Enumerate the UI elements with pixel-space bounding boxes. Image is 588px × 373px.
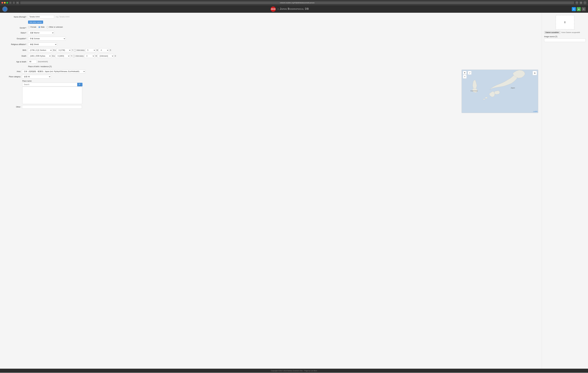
gender-female-radio[interactable] bbox=[28, 26, 30, 28]
search-row: 🔍 bbox=[22, 83, 460, 86]
name-row: Name (Romaji)*: e.g. Tanaka Ichirō bbox=[3, 15, 538, 19]
layers-button[interactable]: ⧉ bbox=[533, 71, 537, 75]
place-search-button[interactable]: 🔍 bbox=[77, 83, 83, 86]
app-title: – Japan Biographical DB bbox=[277, 7, 309, 10]
image-source-input[interactable] bbox=[544, 39, 586, 42]
gender-other-option[interactable]: Other or unknown bbox=[47, 26, 63, 28]
age-note: (kazoedoshi) bbox=[38, 61, 48, 63]
birth-month-select[interactable]: 5 bbox=[85, 48, 96, 52]
gender-male-radio[interactable] bbox=[38, 26, 40, 28]
birth-day-select[interactable]: 4 bbox=[99, 48, 109, 52]
name-placeholder: e.g. Tanaka Ichirō bbox=[56, 16, 70, 18]
death-day-select[interactable]: [Unknown] bbox=[98, 54, 114, 58]
birth-intercalary-checkbox[interactable] bbox=[74, 49, 76, 51]
file-select-button[interactable]: Dateien auswählen bbox=[544, 31, 560, 34]
area-select[interactable]: 日本（琉球諸島・蝦夷等）Japan (incl. Ryūkyū/Okinawa,… bbox=[22, 70, 85, 73]
app-footer: Copyright ©2017-2019 Bettina Gramlich-Ok… bbox=[0, 369, 588, 373]
image-upload-box[interactable]: ⬇ bbox=[556, 15, 574, 30]
map-container: Japan South Korea + − ⤢ ⧉ Leaflet bbox=[462, 70, 538, 113]
right-panel: ⬇ Dateien auswählen Keine Dateien ausgew… bbox=[542, 13, 588, 369]
death-era-year-select[interactable]: 3 (1803) bbox=[56, 54, 70, 58]
death-era-label: Era bbox=[52, 55, 55, 57]
traffic-lights bbox=[1, 2, 8, 4]
shield-icon[interactable]: 🛡 bbox=[575, 1, 578, 4]
place-search-input[interactable] bbox=[22, 83, 77, 86]
birth-era-year-select[interactable]: 3 (1738) bbox=[57, 48, 71, 52]
birth-era-select[interactable]: (1736-) 元文 Genbun bbox=[28, 48, 52, 52]
age-input[interactable] bbox=[28, 60, 37, 63]
eye-icon-btn[interactable]: 👁 bbox=[572, 7, 576, 11]
menu-icon[interactable]: ⋯ bbox=[583, 1, 587, 4]
app-logo: JBDB bbox=[271, 7, 276, 12]
name-controls: e.g. Tanaka Ichirō bbox=[28, 15, 70, 19]
upload-icon: ⬇ bbox=[564, 21, 566, 24]
refresh-button[interactable]: ↻ bbox=[16, 2, 19, 4]
main-content: Name (Romaji)*: e.g. Tanaka Ichirō Add o… bbox=[0, 13, 588, 369]
close-button[interactable] bbox=[1, 2, 3, 4]
occupation-label: Occupation*: bbox=[3, 37, 27, 40]
occupation-select[interactable]: 学者 Scholar bbox=[28, 37, 66, 41]
status-select[interactable]: 武家 Warrior bbox=[28, 31, 54, 35]
map-attribution[interactable]: Leaflet bbox=[533, 111, 537, 112]
gender-other-radio[interactable] bbox=[47, 26, 48, 28]
status-controls: 武家 Warrior bbox=[28, 31, 54, 35]
form-panel: Name (Romaji)*: e.g. Tanaka Ichirō Add o… bbox=[0, 13, 542, 369]
minimize-button[interactable] bbox=[4, 2, 6, 4]
place-category-select[interactable]: 全部 All bbox=[22, 75, 51, 79]
religious-label: Religious affiliation*: bbox=[3, 42, 27, 45]
gender-row: Gender*: Female Male Other or unknown bbox=[3, 26, 538, 29]
place-section-row: Place of birth / residence [?]: bbox=[3, 65, 538, 68]
gender-male-option[interactable]: Male bbox=[38, 26, 44, 28]
map-controls: + − bbox=[463, 71, 467, 79]
add-other-names-button[interactable]: Add other names bbox=[28, 21, 43, 24]
name-input[interactable] bbox=[28, 15, 54, 19]
file-name-text: Keine Dateien ausgewählt bbox=[562, 31, 580, 33]
gender-radio-group: Female Male Other or unknown bbox=[28, 26, 63, 28]
bottom-section: Area: 日本（琉球諸島・蝦夷等）Japan (incl. Ryūkyū/Ok… bbox=[3, 70, 538, 113]
maximize-button[interactable] bbox=[6, 2, 8, 4]
image-source-label: Image source [?]: bbox=[544, 36, 586, 38]
religious-controls: 神道 Shintō bbox=[28, 42, 57, 46]
death-d-label: D bbox=[115, 55, 116, 57]
file-select-row: Dateien auswählen Keine Dateien ausgewäh… bbox=[544, 31, 586, 34]
fullscreen-button[interactable]: ⤢ bbox=[468, 71, 472, 75]
death-label: Death: bbox=[3, 54, 27, 57]
death-m-label: M bbox=[95, 55, 97, 57]
place-form: Area: 日本（琉球諸島・蝦夷等）Japan (incl. Ryūkyū/Ok… bbox=[3, 70, 460, 113]
add-names-row: Add other names bbox=[28, 21, 538, 24]
status-label: Status*: bbox=[3, 31, 27, 34]
address-bar[interactable]: network-studies.org/#!/jbdb/database/add… bbox=[20, 1, 574, 4]
death-month-select[interactable]: 3 bbox=[84, 54, 95, 58]
footer-text: Copyright ©2017-2019 Bettina Gramlich-Ok… bbox=[271, 370, 317, 372]
menu-btn[interactable]: ☰ bbox=[582, 7, 586, 11]
app-header: 👤 JBDB – Japan Biographical DB 👁 ◉ ☰ bbox=[0, 6, 588, 13]
browser-chrome: ‹ › ↻ network-studies.org/#!/jbdb/databa… bbox=[0, 0, 588, 6]
gender-male-label: Male bbox=[41, 26, 44, 28]
gender-female-option[interactable]: Female bbox=[28, 26, 36, 28]
avatar: 👤 bbox=[2, 7, 8, 12]
extension-icon[interactable]: ⊕ bbox=[579, 1, 582, 4]
svg-text:Japan: Japan bbox=[511, 87, 515, 89]
birth-label: Birth: bbox=[3, 48, 27, 51]
area-label: Area: bbox=[3, 71, 21, 73]
death-row: Death: (1801-) 享和 Kyōwa Era 3 (1803) Y i… bbox=[3, 54, 538, 58]
other-label: Other: bbox=[3, 106, 21, 108]
search-results-box bbox=[22, 87, 82, 104]
map-svg: Japan South Korea bbox=[462, 70, 538, 113]
back-button[interactable]: ‹ bbox=[9, 2, 11, 4]
header-right-icons: 👁 ◉ ☰ bbox=[572, 7, 586, 11]
death-intercalary-checkbox[interactable] bbox=[73, 55, 75, 57]
zoom-out-button[interactable]: − bbox=[463, 75, 467, 79]
age-label: Age at death: bbox=[3, 60, 27, 63]
other-input[interactable] bbox=[22, 105, 82, 109]
occupation-controls: 学者 Scholar bbox=[28, 37, 66, 41]
religious-select[interactable]: 神道 Shintō bbox=[28, 42, 57, 46]
dot-icon-btn[interactable]: ◉ bbox=[577, 7, 581, 11]
death-y-label: Y bbox=[71, 55, 72, 57]
death-era-select[interactable]: (1801-) 享和 Kyōwa bbox=[28, 54, 51, 58]
place-name-label: Place name: bbox=[22, 80, 460, 82]
death-intercalary-label: intercalary bbox=[76, 55, 84, 57]
forward-button[interactable]: › bbox=[13, 2, 15, 4]
place-category-row: Place category: 全部 All bbox=[3, 75, 460, 79]
zoom-in-button[interactable]: + bbox=[463, 71, 467, 75]
